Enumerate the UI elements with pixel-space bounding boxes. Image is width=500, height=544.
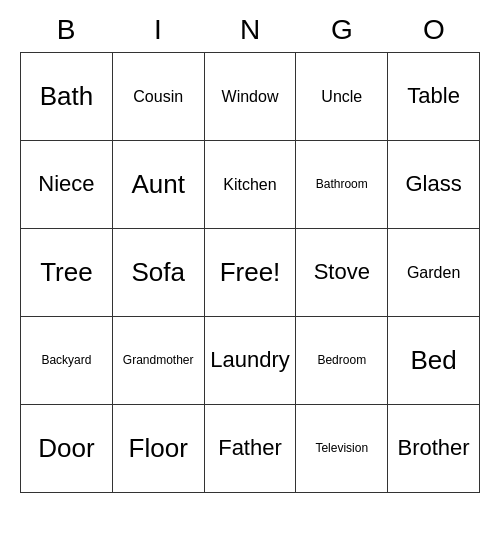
cell-4-4: Brother [388,405,480,493]
header-letter: N [204,10,296,50]
cell-2-4: Garden [388,229,480,317]
cell-text: Backyard [41,354,91,367]
header-letter: O [388,10,480,50]
cell-text: Cousin [133,88,183,106]
cell-1-3: Bathroom [296,141,388,229]
cell-0-1: Cousin [113,53,205,141]
cell-text: Uncle [321,88,362,106]
header-letter: G [296,10,388,50]
cell-text: Grandmother [123,354,194,367]
cell-2-3: Stove [296,229,388,317]
cell-text: Brother [398,436,470,460]
cell-text: Floor [129,434,188,463]
cell-4-3: Television [296,405,388,493]
cell-4-0: Door [21,405,113,493]
cell-text: Bedroom [317,354,366,367]
cell-text: Free! [220,258,281,287]
cell-1-4: Glass [388,141,480,229]
cell-text: Stove [314,260,370,284]
cell-text: Door [38,434,94,463]
cell-text: Tree [40,258,93,287]
cell-2-0: Tree [21,229,113,317]
cell-3-4: Bed [388,317,480,405]
cell-text: Father [218,436,282,460]
cell-3-3: Bedroom [296,317,388,405]
cell-text: Bathroom [316,178,368,191]
cell-0-3: Uncle [296,53,388,141]
header-letter: B [20,10,112,50]
cell-text: Aunt [131,170,185,199]
cell-2-1: Sofa [113,229,205,317]
cell-text: Laundry [210,348,290,372]
cell-text: Window [222,88,279,106]
cell-0-2: Window [205,53,297,141]
cell-text: Garden [407,264,460,282]
cell-2-2: Free! [205,229,297,317]
cell-text: Niece [38,172,94,196]
cell-1-1: Aunt [113,141,205,229]
cell-3-0: Backyard [21,317,113,405]
cell-text: Bed [410,346,456,375]
cell-1-0: Niece [21,141,113,229]
cell-3-1: Grandmother [113,317,205,405]
cell-text: Table [407,84,460,108]
bingo-header: BINGO [20,10,480,50]
bingo-grid: BathCousinWindowUncleTableNieceAuntKitch… [20,52,480,493]
cell-4-2: Father [205,405,297,493]
cell-text: Sofa [131,258,185,287]
cell-text: Bath [40,82,94,111]
cell-1-2: Kitchen [205,141,297,229]
cell-3-2: Laundry [205,317,297,405]
cell-text: Kitchen [223,176,276,194]
cell-0-4: Table [388,53,480,141]
cell-text: Television [315,442,368,455]
cell-4-1: Floor [113,405,205,493]
header-letter: I [112,10,204,50]
cell-text: Glass [405,172,461,196]
cell-0-0: Bath [21,53,113,141]
